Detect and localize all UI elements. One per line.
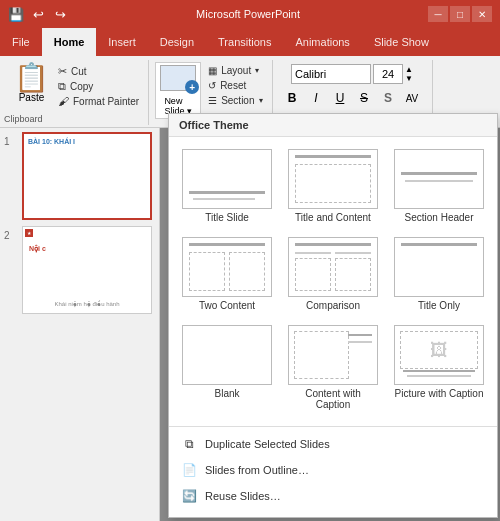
font-name-input[interactable] (291, 64, 371, 84)
layout-name-comparison: Comparison (306, 300, 360, 311)
slide-thumbnail-1[interactable]: 1 BÀI 10: KHÁI I (22, 132, 155, 220)
layout-item-section-header[interactable]: Section Header (389, 145, 489, 227)
text-shadow-button[interactable]: S (377, 87, 399, 109)
dropdown-title: Office Theme (169, 114, 497, 137)
title-bar-icons: 💾 ↩ ↪ (8, 6, 68, 22)
ribbon: 📋 Paste ✂ Cut ⧉ Copy 🖌 Format Painter Cl… (0, 56, 500, 128)
slide-thumbnail-2[interactable]: 2 ★ Nội c Khái niệm hệ điều hành (22, 226, 155, 314)
tab-file[interactable]: File (0, 28, 42, 56)
tab-slideshow[interactable]: Slide Show (362, 28, 441, 56)
paste-label: Paste (19, 92, 45, 103)
font-size-input[interactable] (373, 64, 403, 84)
char-spacing-button[interactable]: AV (401, 87, 423, 109)
layout-name-picture-caption: Picture with Caption (395, 388, 484, 399)
slide-panel: 1 BÀI 10: KHÁI I 2 ★ Nội c Khái niệm hệ … (0, 128, 160, 521)
layout-item-title-content[interactable]: Title and Content (283, 145, 383, 227)
format-painter-button[interactable]: 🖌 Format Painter (55, 94, 142, 108)
close-button[interactable]: ✕ (472, 6, 492, 22)
slide-2-badge: ★ (25, 229, 33, 237)
reuse-slides-label: Reuse Slides… (205, 490, 281, 502)
save-icon[interactable]: 💾 (8, 6, 24, 22)
tab-home[interactable]: Home (42, 28, 97, 56)
minimize-button[interactable]: ─ (428, 6, 448, 22)
section-button[interactable]: ☰ Section ▾ (205, 94, 265, 107)
tab-animations[interactable]: Animations (283, 28, 361, 56)
dropdown-divider (169, 426, 497, 427)
layout-item-blank[interactable]: Blank (177, 321, 277, 414)
slide-number-1: 1 (4, 136, 10, 147)
reuse-slides-icon: 🔄 (181, 488, 197, 504)
strikethrough-button[interactable]: S (353, 87, 375, 109)
duplicate-slides-action[interactable]: ⧉ Duplicate Selected Slides (169, 431, 497, 457)
ribbon-group-clipboard: 📋 Paste ✂ Cut ⧉ Copy 🖌 Format Painter Cl… (4, 60, 149, 125)
reuse-slides-action[interactable]: 🔄 Reuse Slides… (169, 483, 497, 509)
tab-insert[interactable]: Insert (96, 28, 148, 56)
slide-2-text: Nội c (29, 245, 46, 253)
layout-item-picture-caption[interactable]: 🖼 Picture with Caption (389, 321, 489, 414)
paste-button[interactable]: 📋 Paste (10, 60, 53, 105)
layout-item-comparison[interactable]: Comparison (283, 233, 383, 315)
slide-1-text: BÀI 10: KHÁI I (28, 138, 75, 145)
clipboard-label: Clipboard (4, 114, 43, 124)
font-size-increase-button[interactable]: ▲ (405, 65, 413, 74)
tab-design[interactable]: Design (148, 28, 206, 56)
layout-grid: Title Slide Title and Content Section He… (169, 137, 497, 422)
redo-icon[interactable]: ↪ (52, 6, 68, 22)
layout-name-title-content: Title and Content (295, 212, 371, 223)
layout-name-section-header: Section Header (405, 212, 474, 223)
title-bar: 💾 ↩ ↪ Microsoft PowerPoint ─ □ ✕ (0, 0, 500, 28)
layout-item-content-caption[interactable]: Content with Caption (283, 321, 383, 414)
app-title: Microsoft PowerPoint (68, 8, 428, 20)
undo-icon[interactable]: ↩ (30, 6, 46, 22)
layout-item-title-only[interactable]: Title Only (389, 233, 489, 315)
new-slide-button[interactable]: + New Slide ▾ (155, 62, 201, 119)
tab-transitions[interactable]: Transitions (206, 28, 283, 56)
duplicate-slides-icon: ⧉ (181, 436, 197, 452)
ribbon-tabs: File Home Insert Design Transitions Anim… (0, 28, 500, 56)
slides-from-outline-action[interactable]: 📄 Slides from Outline… (169, 457, 497, 483)
layout-item-title-slide[interactable]: Title Slide (177, 145, 277, 227)
layout-button[interactable]: ▦ Layout ▾ (205, 64, 265, 77)
slide-2-footer: Khái niệm hệ điều hành (29, 300, 145, 307)
cut-button[interactable]: ✂ Cut (55, 64, 142, 79)
layout-dropdown: Office Theme Title Slide Title and Conte… (168, 113, 498, 518)
underline-button[interactable]: U (329, 87, 351, 109)
layout-name-blank: Blank (214, 388, 239, 399)
layout-name-title-slide: Title Slide (205, 212, 249, 223)
slides-from-outline-label: Slides from Outline… (205, 464, 309, 476)
copy-button[interactable]: ⧉ Copy (55, 79, 142, 94)
duplicate-slides-label: Duplicate Selected Slides (205, 438, 330, 450)
slides-from-outline-icon: 📄 (181, 462, 197, 478)
layout-name-title-only: Title Only (418, 300, 460, 311)
window-controls: ─ □ ✕ (428, 6, 492, 22)
layout-name-content-caption: Content with Caption (287, 388, 379, 410)
italic-button[interactable]: I (305, 87, 327, 109)
layout-item-two-content[interactable]: Two Content (177, 233, 277, 315)
slide-number-2: 2 (4, 230, 10, 241)
font-size-decrease-button[interactable]: ▼ (405, 74, 413, 83)
reset-button[interactable]: ↺ Reset (205, 79, 265, 92)
layout-name-two-content: Two Content (199, 300, 255, 311)
bold-button[interactable]: B (281, 87, 303, 109)
maximize-button[interactable]: □ (450, 6, 470, 22)
